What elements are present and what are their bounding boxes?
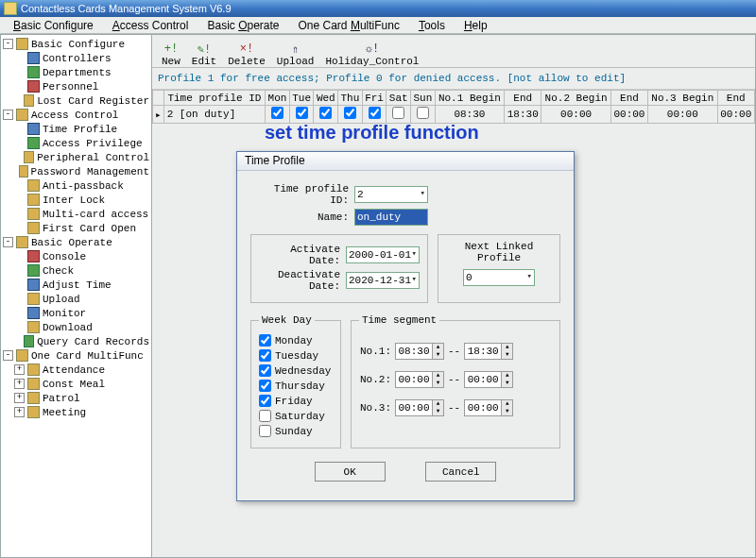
- grid-header[interactable]: Time profile ID: [163, 91, 266, 106]
- expander-icon[interactable]: -: [3, 110, 13, 120]
- grid-header[interactable]: Sat: [387, 91, 411, 106]
- cell-day[interactable]: [411, 106, 436, 124]
- menu-basic-configure[interactable]: Basic Configure: [4, 17, 103, 34]
- menu-basic-operate[interactable]: Basic Operate: [198, 17, 288, 34]
- seg3-begin[interactable]: ▲▼: [395, 399, 444, 416]
- tree-controllers[interactable]: Controllers: [3, 51, 149, 65]
- spin-down-icon[interactable]: ▼: [433, 351, 443, 359]
- chk-wednesday[interactable]: [259, 364, 271, 377]
- new-button[interactable]: +!New: [156, 42, 186, 67]
- tree-anti-passback[interactable]: Anti-passback: [3, 178, 149, 193]
- expander-icon[interactable]: +: [14, 379, 25, 389]
- chk-saturday[interactable]: [259, 410, 271, 422]
- expander-icon[interactable]: +: [14, 407, 25, 417]
- activate-date[interactable]: [346, 246, 420, 263]
- cell-time[interactable]: 00:00: [541, 106, 610, 124]
- tree-upload[interactable]: Upload: [3, 292, 149, 306]
- nav-tree[interactable]: -Basic ConfigureControllersDepartmentsPe…: [0, 34, 152, 558]
- tree-check[interactable]: Check: [3, 263, 149, 278]
- spin-up-icon[interactable]: ▲: [433, 400, 443, 408]
- seg1-begin[interactable]: ▲▼: [395, 343, 444, 360]
- cell-day[interactable]: [266, 106, 290, 124]
- tree-time-profile[interactable]: Time Profile: [3, 122, 149, 136]
- grid-header[interactable]: Fri: [362, 91, 387, 106]
- chk-tuesday[interactable]: [259, 349, 271, 362]
- chk-sunday[interactable]: [259, 425, 271, 437]
- cell-day[interactable]: [362, 106, 387, 124]
- grid-header[interactable]: [153, 91, 164, 106]
- tree-basic-operate[interactable]: -Basic Operate: [3, 235, 149, 249]
- tree-one-card-multifunc[interactable]: -One Card MultiFunc: [3, 348, 149, 363]
- chk-friday[interactable]: [259, 395, 271, 407]
- grid-header[interactable]: Sun: [411, 91, 436, 106]
- cell-time[interactable]: 00:00: [717, 106, 754, 124]
- spin-up-icon[interactable]: ▲: [433, 344, 443, 351]
- cell-time[interactable]: 18:30: [505, 106, 541, 124]
- cell-time[interactable]: 08:30: [435, 106, 504, 124]
- tree-first-card-open[interactable]: First Card Open: [3, 221, 149, 235]
- grid-header[interactable]: No.2 Begin: [541, 91, 610, 106]
- edit-button[interactable]: ✎!Edit: [186, 42, 222, 67]
- menu-tools[interactable]: Tools: [409, 17, 455, 34]
- tree-personnel[interactable]: Personnel: [3, 79, 149, 93]
- spin-down-icon[interactable]: ▼: [502, 408, 512, 415]
- tree-peripheral-control[interactable]: Peripheral Control: [3, 150, 149, 164]
- grid-header[interactable]: Tue: [289, 91, 314, 106]
- cell-time[interactable]: 00:00: [648, 106, 717, 124]
- tree-inter-lock[interactable]: Inter Lock: [3, 193, 149, 207]
- grid-header[interactable]: Thu: [338, 91, 363, 106]
- tree-query-card-records[interactable]: Query Card Records: [3, 334, 149, 348]
- grid-header[interactable]: End: [717, 91, 754, 106]
- tree-multi-card-access[interactable]: Multi-card access: [3, 207, 149, 221]
- holiday-control-button[interactable]: ☼!Holiday_Control: [319, 42, 424, 67]
- tree-password-management[interactable]: Password Management: [3, 164, 149, 178]
- next-linked-select[interactable]: [463, 269, 535, 286]
- tree-adjust-time[interactable]: Adjust Time: [3, 278, 149, 292]
- tree-monitor[interactable]: Monitor: [3, 306, 149, 320]
- spin-down-icon[interactable]: ▼: [502, 351, 512, 359]
- menu-one-card-multifunc[interactable]: One Card MultiFunc: [289, 17, 409, 34]
- cell-time[interactable]: 00:00: [610, 106, 647, 124]
- delete-button[interactable]: ×!Delete: [222, 42, 271, 67]
- grid-header[interactable]: No.3 Begin: [648, 91, 717, 106]
- grid-header[interactable]: No.1 Begin: [435, 91, 504, 106]
- tree-console[interactable]: Console: [3, 249, 149, 263]
- grid-header[interactable]: End: [610, 91, 647, 106]
- tree-basic-configure[interactable]: -Basic Configure: [3, 37, 149, 51]
- seg1-end[interactable]: ▲▼: [464, 343, 513, 360]
- tree-meeting[interactable]: +Meeting: [3, 405, 149, 419]
- spin-down-icon[interactable]: ▼: [433, 380, 443, 387]
- expander-icon[interactable]: -: [3, 237, 13, 247]
- tree-download[interactable]: Download: [3, 320, 149, 334]
- spin-up-icon[interactable]: ▲: [502, 344, 512, 351]
- expander-icon[interactable]: +: [14, 393, 25, 403]
- spin-down-icon[interactable]: ▼: [433, 408, 443, 415]
- grid-header[interactable]: Wed: [314, 91, 338, 106]
- grid-header[interactable]: Mon: [266, 91, 290, 106]
- spin-up-icon[interactable]: ▲: [502, 400, 512, 408]
- tree-access-control[interactable]: -Access Control: [3, 108, 149, 122]
- cell-profile-id[interactable]: 2 [on duty]: [163, 106, 266, 124]
- seg2-begin[interactable]: ▲▼: [395, 371, 444, 388]
- tree-departments[interactable]: Departments: [3, 65, 149, 79]
- seg3-end[interactable]: ▲▼: [464, 399, 513, 416]
- menu-help[interactable]: Help: [455, 17, 497, 34]
- tree-access-privilege[interactable]: Access Privilege: [3, 136, 149, 150]
- upload-button[interactable]: ⇑Upload: [271, 42, 320, 67]
- cancel-button[interactable]: Cancel: [425, 462, 496, 482]
- ok-button[interactable]: OK: [315, 462, 386, 482]
- expander-icon[interactable]: -: [3, 39, 13, 49]
- expander-icon[interactable]: +: [14, 364, 25, 375]
- tree-patrol[interactable]: +Patrol: [3, 391, 149, 405]
- time-profile-grid[interactable]: Time profile IDMonTueWedThuFriSatSunNo.1…: [152, 90, 755, 124]
- chk-monday[interactable]: [259, 334, 271, 347]
- cell-day[interactable]: [338, 106, 363, 124]
- seg2-end[interactable]: ▲▼: [464, 371, 513, 388]
- cell-day[interactable]: [387, 106, 411, 124]
- expander-icon[interactable]: -: [3, 350, 13, 361]
- name-input[interactable]: [354, 209, 428, 226]
- chk-thursday[interactable]: [259, 380, 271, 392]
- spin-up-icon[interactable]: ▲: [433, 372, 443, 380]
- cell-day[interactable]: [289, 106, 314, 124]
- tree-const-meal[interactable]: +Const Meal: [3, 377, 149, 391]
